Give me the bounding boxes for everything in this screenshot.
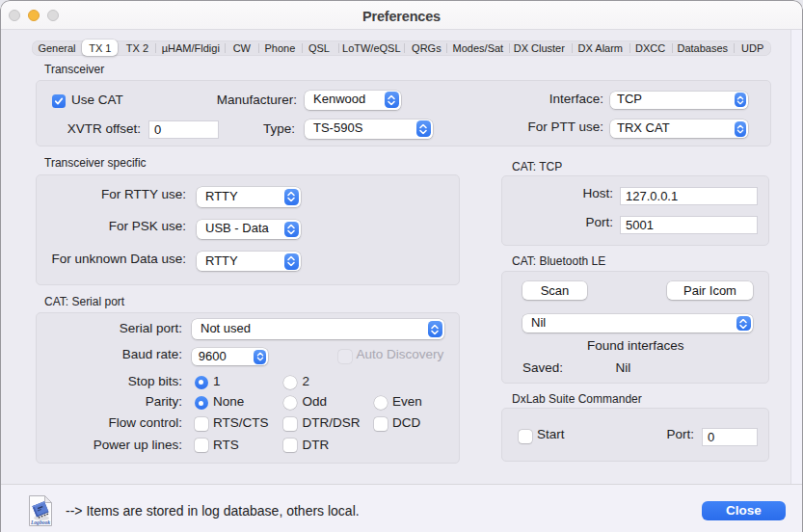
svg-text:Logbook: Logbook	[30, 519, 50, 525]
